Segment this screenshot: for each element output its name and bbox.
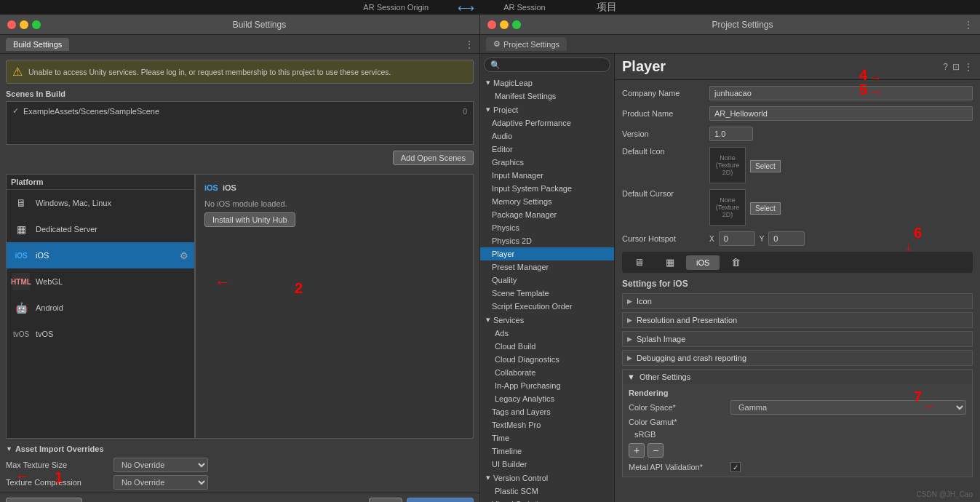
sidebar-item-adaptive-performance[interactable]: Adaptive Performance xyxy=(480,116,614,130)
sidebar-item-cloud-build[interactable]: Cloud Build xyxy=(480,340,614,353)
sidebar-item-quality[interactable]: Quality xyxy=(480,274,614,287)
sidebar-item-preset-manager[interactable]: Preset Manager xyxy=(480,260,614,274)
version-input[interactable] xyxy=(709,127,753,141)
platform-name-windows: Windows, Mac, Linux xyxy=(36,199,111,207)
section-resolution-header[interactable]: ▶ Resolution and Presentation xyxy=(622,312,973,328)
remove-gamut-button[interactable]: − xyxy=(648,443,664,458)
section-splash-label: Splash Image xyxy=(637,335,685,343)
version-control-triangle: ▾ xyxy=(486,473,490,482)
cursor-x-input[interactable] xyxy=(719,231,755,246)
sidebar-item-timeline[interactable]: Timeline xyxy=(480,445,614,458)
platform-item-android[interactable]: 🤖 Android xyxy=(7,295,194,321)
sidebar-item-manifest-settings[interactable]: Manifest Settings xyxy=(480,89,614,103)
platform-tab-desktop[interactable]: 🖥 xyxy=(624,254,654,271)
layout-icon[interactable]: ⊡ xyxy=(952,62,960,72)
sidebar-item-ui-builder[interactable]: UI Builder xyxy=(480,458,614,471)
add-gamut-button[interactable]: + xyxy=(629,443,645,458)
ios-gear-icon[interactable]: ⚙ xyxy=(180,250,188,261)
other-settings-header[interactable]: ▼ Other Settings xyxy=(623,370,972,384)
texture-compression-row: Texture Compression No Override xyxy=(6,475,474,490)
sidebar-group-version-control[interactable]: ▾ Version Control xyxy=(480,471,614,485)
platform-item-webgl[interactable]: HTML WebGL xyxy=(7,268,194,295)
platform-label: Platform xyxy=(7,175,194,190)
default-cursor-select-button[interactable]: Select xyxy=(750,202,781,215)
sidebar-item-tags-layers[interactable]: Tags and Layers xyxy=(480,405,614,418)
project-close-button[interactable] xyxy=(487,20,496,29)
sidebar-item-in-app-purchasing[interactable]: In-App Purchasing xyxy=(480,379,614,392)
build-settings-title: Build Settings xyxy=(47,20,472,30)
platform-item-ios[interactable]: iOS iOS ⚙ xyxy=(7,242,194,268)
texture-compression-select[interactable]: No Override xyxy=(113,475,208,490)
platform-tab-delete[interactable]: 🗑 xyxy=(721,254,751,271)
build-and-run-button[interactable]: Build And Run xyxy=(407,498,474,502)
add-open-scenes-button[interactable]: Add Open Scenes xyxy=(393,151,474,165)
sidebar-item-visual-scripting[interactable]: Visual Scripting xyxy=(480,498,614,502)
sidebar-item-player[interactable]: Player xyxy=(480,247,614,260)
platform-item-dedicated-server[interactable]: ▦ Dedicated Server xyxy=(7,216,194,242)
help-icon[interactable]: ? xyxy=(943,62,948,72)
tvos-icon: tvOS xyxy=(12,325,30,343)
scene-item[interactable]: ✓ ExampleAssets/Scenes/SampleScene 0 xyxy=(9,105,470,117)
project-settings-tab[interactable]: ⚙ Project Settings xyxy=(486,37,567,51)
sidebar-item-input-manager[interactable]: Input Manager xyxy=(480,169,614,182)
sidebar-group-magicleap[interactable]: ▾ MagicLeap xyxy=(480,76,614,89)
max-texture-select[interactable]: No Override xyxy=(113,458,208,472)
project-maximize-button[interactable] xyxy=(512,20,521,29)
sidebar-item-editor[interactable]: Editor xyxy=(480,143,614,156)
sidebar-item-package-manager[interactable]: Package Manager xyxy=(480,208,614,221)
sidebar-item-legacy-analytics[interactable]: Legacy Analytics xyxy=(480,392,614,405)
platform-item-windows[interactable]: 🖥 Windows, Mac, Linux xyxy=(7,190,194,216)
metal-api-row: Metal API Validation* ✓ xyxy=(629,462,966,472)
sidebar-item-textmesh-pro[interactable]: TextMesh Pro xyxy=(480,418,614,431)
settings-for-ios: Settings for iOS xyxy=(622,279,973,289)
sidebar-item-scene-template[interactable]: Scene Template xyxy=(480,287,614,300)
maximize-button[interactable] xyxy=(32,20,41,29)
section-debugging-header[interactable]: ▶ Debugging and crash reporting xyxy=(622,350,973,366)
close-button[interactable] xyxy=(7,20,16,29)
player-settings-button[interactable]: Player Settings... xyxy=(6,498,82,502)
search-input[interactable] xyxy=(484,57,610,72)
cursor-y-input[interactable] xyxy=(768,231,805,246)
color-space-select[interactable]: Gamma Linear xyxy=(730,400,966,415)
section-icon-header[interactable]: ▶ Icon xyxy=(622,293,973,309)
build-settings-tab[interactable]: Build Settings xyxy=(6,38,69,51)
sidebar-item-cloud-diagnostics[interactable]: Cloud Diagnostics xyxy=(480,353,614,366)
asset-import-header: ▼ Asset Import Overrides xyxy=(6,445,474,453)
sidebar-item-ads[interactable]: Ads xyxy=(480,327,614,340)
sidebar-item-memory-settings[interactable]: Memory Settings xyxy=(480,195,614,208)
minimize-button[interactable] xyxy=(20,20,28,29)
more-icon[interactable]: ⋮ xyxy=(964,62,973,72)
magicleap-label: MagicLeap xyxy=(493,79,533,87)
metal-api-checkbox[interactable]: ✓ xyxy=(730,462,741,472)
company-name-input[interactable] xyxy=(709,86,973,100)
platform-tab-ios[interactable]: iOS xyxy=(686,255,720,270)
scene-check: ✓ xyxy=(12,106,19,116)
sidebar-item-audio[interactable]: Audio xyxy=(480,130,614,143)
traffic-lights xyxy=(7,20,41,29)
sidebar-item-script-execution-order[interactable]: Script Execution Order xyxy=(480,300,614,313)
sidebar-item-time[interactable]: Time xyxy=(480,431,614,445)
sidebar-item-collaborate[interactable]: Collaborate xyxy=(480,366,614,379)
ios-platform-icon: iOS xyxy=(12,247,30,264)
project-settings-more[interactable]: ⋮ xyxy=(964,20,973,30)
platform-tab-server[interactable]: ▦ xyxy=(656,254,685,271)
sidebar-item-physics[interactable]: Physics xyxy=(480,221,614,234)
sidebar-group-services[interactable]: ▾ Services xyxy=(480,313,614,327)
sidebar-item-input-system-package[interactable]: Input System Package xyxy=(480,182,614,195)
section-splash-header[interactable]: ▶ Splash Image xyxy=(622,331,973,347)
build-button[interactable]: Build xyxy=(369,498,402,502)
section-resolution-triangle: ▶ xyxy=(627,316,632,324)
default-icon-select-button[interactable]: Select xyxy=(750,160,781,172)
project-settings-titlebar: Project Settings ⋮ xyxy=(480,15,980,35)
ios-badge: iOS xyxy=(204,183,218,192)
install-unity-hub-button[interactable]: Install with Unity Hub xyxy=(204,212,295,227)
sidebar-item-physics-2d[interactable]: Physics 2D xyxy=(480,234,614,247)
sidebar-item-graphics[interactable]: Graphics xyxy=(480,156,614,169)
top-bar-right: 项目 xyxy=(597,1,617,14)
sidebar-item-plastic-scm[interactable]: Plastic SCM xyxy=(480,485,614,498)
sidebar-group-project[interactable]: ▾ Project xyxy=(480,103,614,116)
product-name-input[interactable] xyxy=(709,106,973,121)
tab-more-button[interactable]: ⋮ xyxy=(465,39,474,49)
project-minimize-button[interactable] xyxy=(500,20,509,29)
platform-item-tvos[interactable]: tvOS tvOS xyxy=(7,321,194,347)
